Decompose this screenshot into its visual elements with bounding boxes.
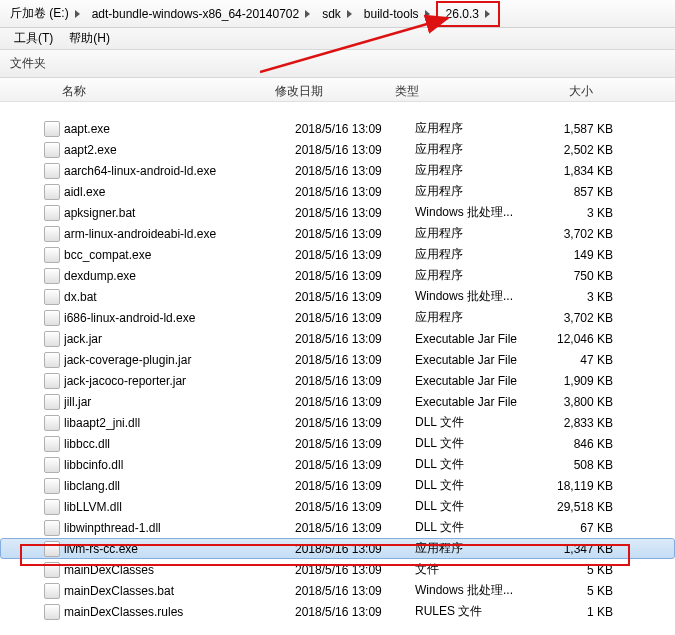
file-date: 2018/5/16 13:09 bbox=[295, 248, 415, 262]
file-date: 2018/5/16 13:09 bbox=[295, 542, 415, 556]
file-type: 应用程序 bbox=[415, 225, 535, 242]
chevron-right-icon bbox=[305, 10, 310, 18]
file-size: 12,046 KB bbox=[535, 332, 625, 346]
file-row[interactable]: jack-jacoco-reporter.jar2018/5/16 13:09E… bbox=[0, 370, 675, 391]
column-header-date[interactable]: 修改日期 bbox=[275, 79, 395, 100]
file-date: 2018/5/16 13:09 bbox=[295, 185, 415, 199]
file-type: 应用程序 bbox=[415, 246, 535, 263]
file-row[interactable]: dx.bat2018/5/16 13:09Windows 批处理...3 KB bbox=[0, 286, 675, 307]
file-icon bbox=[44, 478, 60, 494]
file-icon bbox=[44, 583, 60, 599]
file-name: arm-linux-androideabi-ld.exe bbox=[64, 227, 295, 241]
file-name: dx.bat bbox=[64, 290, 295, 304]
file-name: aidl.exe bbox=[64, 185, 295, 199]
chevron-right-icon bbox=[75, 10, 80, 18]
file-date: 2018/5/16 13:09 bbox=[295, 521, 415, 535]
column-header-name[interactable]: 名称 bbox=[20, 79, 275, 100]
file-type: Windows 批处理... bbox=[415, 582, 535, 599]
menu-tools[interactable]: 工具(T) bbox=[6, 28, 61, 49]
file-type: 应用程序 bbox=[415, 183, 535, 200]
file-row[interactable]: aapt2.exe2018/5/16 13:09应用程序2,502 KB bbox=[0, 139, 675, 160]
file-row[interactable]: mainDexClasses2018/5/16 13:09文件5 KB bbox=[0, 559, 675, 580]
file-size: 750 KB bbox=[535, 269, 625, 283]
file-name: aapt2.exe bbox=[64, 143, 295, 157]
file-date: 2018/5/16 13:09 bbox=[295, 290, 415, 304]
column-header-size[interactable]: 大小 bbox=[515, 79, 605, 100]
file-row[interactable]: mainDexClasses.bat2018/5/16 13:09Windows… bbox=[0, 580, 675, 601]
file-date: 2018/5/16 13:09 bbox=[295, 437, 415, 451]
file-icon bbox=[44, 604, 60, 620]
file-type: 文件 bbox=[415, 561, 535, 578]
breadcrumb-item[interactable]: sdk bbox=[316, 0, 358, 27]
breadcrumb-item[interactable]: build-tools bbox=[358, 0, 436, 27]
file-icon bbox=[44, 247, 60, 263]
file-size: 3,702 KB bbox=[535, 311, 625, 325]
file-size: 1,909 KB bbox=[535, 374, 625, 388]
file-name: libbcinfo.dll bbox=[64, 458, 295, 472]
file-name: libclang.dll bbox=[64, 479, 295, 493]
file-row[interactable]: libclang.dll2018/5/16 13:09DLL 文件18,119 … bbox=[0, 475, 675, 496]
file-row[interactable]: llvm-rs-cc.exe2018/5/16 13:09应用程序1,347 K… bbox=[0, 538, 675, 559]
file-icon bbox=[44, 562, 60, 578]
file-size: 149 KB bbox=[535, 248, 625, 262]
file-row[interactable]: libwinpthread-1.dll2018/5/16 13:09DLL 文件… bbox=[0, 517, 675, 538]
file-row[interactable]: i686-linux-android-ld.exe2018/5/16 13:09… bbox=[0, 307, 675, 328]
file-row[interactable]: mainDexClasses.rules2018/5/16 13:09RULES… bbox=[0, 601, 675, 622]
file-icon bbox=[44, 142, 60, 158]
file-name: jill.jar bbox=[64, 395, 295, 409]
file-icon bbox=[44, 541, 60, 557]
file-date: 2018/5/16 13:09 bbox=[295, 164, 415, 178]
file-row[interactable]: jill.jar2018/5/16 13:09Executable Jar Fi… bbox=[0, 391, 675, 412]
menu-bar: 工具(T) 帮助(H) bbox=[0, 28, 675, 50]
toolbar-label: 文件夹 bbox=[10, 55, 46, 72]
file-row[interactable]: apksigner.bat2018/5/16 13:09Windows 批处理.… bbox=[0, 202, 675, 223]
file-row[interactable]: libaapt2_jni.dll2018/5/16 13:09DLL 文件2,8… bbox=[0, 412, 675, 433]
file-date: 2018/5/16 13:09 bbox=[295, 584, 415, 598]
file-row[interactable]: aapt.exe2018/5/16 13:09应用程序1,587 KB bbox=[0, 118, 675, 139]
file-date: 2018/5/16 13:09 bbox=[295, 143, 415, 157]
file-type: Executable Jar File bbox=[415, 374, 535, 388]
file-row[interactable]: libLLVM.dll2018/5/16 13:09DLL 文件29,518 K… bbox=[0, 496, 675, 517]
file-date: 2018/5/16 13:09 bbox=[295, 500, 415, 514]
menu-help[interactable]: 帮助(H) bbox=[61, 28, 118, 49]
file-icon bbox=[44, 226, 60, 242]
file-date: 2018/5/16 13:09 bbox=[295, 332, 415, 346]
breadcrumb-item[interactable]: 斤加卷 (E:) bbox=[4, 0, 86, 27]
file-type: Executable Jar File bbox=[415, 395, 535, 409]
file-date: 2018/5/16 13:09 bbox=[295, 563, 415, 577]
file-type: DLL 文件 bbox=[415, 456, 535, 473]
breadcrumb-item[interactable]: adt-bundle-windows-x86_64-20140702 bbox=[86, 0, 316, 27]
file-date: 2018/5/16 13:09 bbox=[295, 311, 415, 325]
file-type: Windows 批处理... bbox=[415, 204, 535, 221]
file-row[interactable]: aidl.exe2018/5/16 13:09应用程序857 KB bbox=[0, 181, 675, 202]
toolbar: 文件夹 bbox=[0, 50, 675, 78]
breadcrumb-item-current[interactable]: 26.0.3 bbox=[436, 1, 500, 27]
chevron-right-icon bbox=[425, 10, 430, 18]
column-header-type[interactable]: 类型 bbox=[395, 79, 515, 100]
file-name: mainDexClasses.bat bbox=[64, 584, 295, 598]
file-row[interactable]: aarch64-linux-android-ld.exe2018/5/16 13… bbox=[0, 160, 675, 181]
address-bar[interactable]: 斤加卷 (E:) adt-bundle-windows-x86_64-20140… bbox=[0, 0, 675, 28]
file-size: 2,502 KB bbox=[535, 143, 625, 157]
file-row[interactable]: dexdump.exe2018/5/16 13:09应用程序750 KB bbox=[0, 265, 675, 286]
file-icon bbox=[44, 394, 60, 410]
file-type: Executable Jar File bbox=[415, 353, 535, 367]
file-date: 2018/5/16 13:09 bbox=[295, 479, 415, 493]
file-row[interactable] bbox=[0, 102, 675, 118]
file-row[interactable]: libbcc.dll2018/5/16 13:09DLL 文件846 KB bbox=[0, 433, 675, 454]
file-row[interactable]: libbcinfo.dll2018/5/16 13:09DLL 文件508 KB bbox=[0, 454, 675, 475]
file-icon bbox=[44, 373, 60, 389]
file-name: libwinpthread-1.dll bbox=[64, 521, 295, 535]
file-name: dexdump.exe bbox=[64, 269, 295, 283]
file-row[interactable]: jack-coverage-plugin.jar2018/5/16 13:09E… bbox=[0, 349, 675, 370]
file-list[interactable]: aapt.exe2018/5/16 13:09应用程序1,587 KBaapt2… bbox=[0, 102, 675, 622]
file-date: 2018/5/16 13:09 bbox=[295, 227, 415, 241]
file-row[interactable]: jack.jar2018/5/16 13:09Executable Jar Fi… bbox=[0, 328, 675, 349]
file-date: 2018/5/16 13:09 bbox=[295, 122, 415, 136]
file-row[interactable]: bcc_compat.exe2018/5/16 13:09应用程序149 KB bbox=[0, 244, 675, 265]
file-type: 应用程序 bbox=[415, 120, 535, 137]
file-name: aarch64-linux-android-ld.exe bbox=[64, 164, 295, 178]
file-row[interactable]: arm-linux-androideabi-ld.exe2018/5/16 13… bbox=[0, 223, 675, 244]
file-date: 2018/5/16 13:09 bbox=[295, 605, 415, 619]
chevron-right-icon bbox=[485, 10, 490, 18]
